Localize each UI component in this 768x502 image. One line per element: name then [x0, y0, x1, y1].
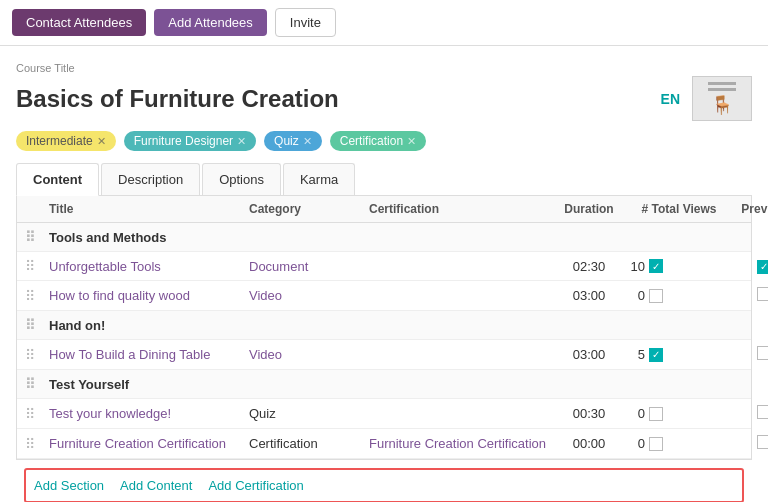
table-row: ⠿ How to find quality wood Video 03:00 0…: [17, 281, 751, 311]
preview-checkbox[interactable]: [757, 287, 768, 301]
table-row: ⠿ Furniture Creation Certification Certi…: [17, 429, 751, 459]
views-count: 10: [629, 259, 645, 274]
preview-checkbox[interactable]: [757, 435, 768, 449]
tag-furniture-designer[interactable]: Furniture Designer ✕: [124, 131, 256, 151]
row-category: Video: [249, 347, 369, 362]
row-title: Hand on!: [49, 318, 249, 333]
views-checkbox[interactable]: [649, 407, 663, 421]
preview-checkbox[interactable]: [757, 346, 768, 360]
header-duration: Duration: [549, 202, 629, 216]
row-preview[interactable]: [729, 258, 768, 274]
tab-description[interactable]: Description: [101, 163, 200, 195]
row-category: Document: [249, 259, 369, 274]
tag-quiz[interactable]: Quiz ✕: [264, 131, 322, 151]
drag-handle[interactable]: ⠿: [25, 406, 49, 422]
thumb-line-2: [708, 88, 736, 91]
views-checkbox[interactable]: [649, 259, 663, 273]
row-title: Test Yourself: [49, 377, 249, 392]
tag-certification-label: Certification: [340, 134, 403, 148]
views-checkbox[interactable]: [649, 348, 663, 362]
header-title: Title: [49, 202, 249, 216]
row-category: Video: [249, 288, 369, 303]
thumb-person-icon: 🪑: [711, 94, 733, 116]
top-bar: Contact Attendees Add Attendees Invite: [0, 0, 768, 46]
views-checkbox[interactable]: [649, 289, 663, 303]
thumb-line-1: [708, 82, 736, 85]
row-title[interactable]: Unforgettable Tools: [49, 259, 249, 274]
row-title-link[interactable]: How to find quality wood: [49, 288, 190, 303]
tag-furniture-designer-label: Furniture Designer: [134, 134, 233, 148]
row-title[interactable]: Test your knowledge!: [49, 406, 249, 421]
header-certification: Certification: [369, 202, 549, 216]
drag-handle[interactable]: ⠿: [25, 288, 49, 304]
tag-intermediate-label: Intermediate: [26, 134, 93, 148]
row-duration: 00:30: [549, 406, 629, 421]
views-count: 0: [629, 288, 645, 303]
header-preview: Preview: [729, 202, 768, 216]
add-section-link[interactable]: Add Section: [34, 478, 104, 493]
row-title[interactable]: How To Build a Dining Table: [49, 347, 249, 362]
course-thumbnail: 🪑: [692, 76, 752, 121]
row-preview[interactable]: [729, 405, 768, 422]
course-title-row: Basics of Furniture Creation EN 🪑: [16, 76, 752, 121]
views-checkbox[interactable]: [649, 437, 663, 451]
tag-quiz-label: Quiz: [274, 134, 299, 148]
table-row: ⠿ Hand on! 🗑: [17, 311, 751, 340]
row-views: 0: [629, 288, 729, 303]
row-views: 0: [629, 436, 729, 451]
tag-intermediate[interactable]: Intermediate ✕: [16, 131, 116, 151]
tag-intermediate-close[interactable]: ✕: [97, 135, 106, 148]
row-title-link[interactable]: Unforgettable Tools: [49, 259, 161, 274]
row-views: 5: [629, 347, 729, 362]
course-title: Basics of Furniture Creation: [16, 85, 339, 113]
drag-handle[interactable]: ⠿: [25, 229, 49, 245]
table-row: ⠿ Unforgettable Tools Document 02:30 10 …: [17, 252, 751, 281]
drag-handle[interactable]: ⠿: [25, 376, 49, 392]
tab-options[interactable]: Options: [202, 163, 281, 195]
row-title-link[interactable]: Furniture Creation Certification: [49, 436, 226, 451]
row-title[interactable]: How to find quality wood: [49, 288, 249, 303]
preview-checkbox[interactable]: [757, 260, 768, 274]
row-category: Quiz: [249, 406, 369, 421]
tab-karma[interactable]: Karma: [283, 163, 355, 195]
drag-handle[interactable]: ⠿: [25, 317, 49, 333]
thumbnail-decoration: 🪑: [708, 82, 736, 116]
row-duration: 00:00: [549, 436, 629, 451]
invite-button[interactable]: Invite: [275, 8, 336, 37]
row-title[interactable]: Furniture Creation Certification: [49, 436, 249, 451]
table-row: ⠿ How To Build a Dining Table Video 03:0…: [17, 340, 751, 370]
row-preview[interactable]: [729, 287, 768, 304]
row-title-link[interactable]: Test your knowledge!: [49, 406, 171, 421]
main-content: Course Title Basics of Furniture Creatio…: [0, 46, 768, 502]
views-count: 5: [629, 347, 645, 362]
row-preview[interactable]: [729, 346, 768, 363]
table-header: Title Category Certification Duration # …: [17, 196, 751, 223]
drag-handle[interactable]: ⠿: [25, 436, 49, 452]
add-content-link[interactable]: Add Content: [120, 478, 192, 493]
views-count: 0: [629, 436, 645, 451]
contact-attendees-button[interactable]: Contact Attendees: [12, 9, 146, 36]
row-category: Certification: [249, 436, 369, 451]
tag-certification[interactable]: Certification ✕: [330, 131, 426, 151]
views-count: 0: [629, 406, 645, 421]
add-certification-link[interactable]: Add Certification: [208, 478, 303, 493]
header-total-views: # Total Views: [629, 202, 729, 216]
tag-furniture-designer-close[interactable]: ✕: [237, 135, 246, 148]
row-duration: 03:00: [549, 347, 629, 362]
row-duration: 02:30: [549, 259, 629, 274]
row-preview[interactable]: [729, 435, 768, 452]
tab-content[interactable]: Content: [16, 163, 99, 196]
tag-quiz-close[interactable]: ✕: [303, 135, 312, 148]
tag-certification-close[interactable]: ✕: [407, 135, 416, 148]
content-table: Title Category Certification Duration # …: [16, 196, 752, 460]
add-attendees-button[interactable]: Add Attendees: [154, 9, 267, 36]
tags-row: Intermediate ✕ Furniture Designer ✕ Quiz…: [16, 131, 752, 151]
row-title-link[interactable]: How To Build a Dining Table: [49, 347, 210, 362]
table-row: ⠿ Test Yourself 🗑: [17, 370, 751, 399]
preview-checkbox[interactable]: [757, 405, 768, 419]
drag-handle[interactable]: ⠿: [25, 347, 49, 363]
drag-handle[interactable]: ⠿: [25, 258, 49, 274]
language-badge: EN: [661, 91, 680, 107]
header-drag: [25, 202, 49, 216]
tabs-row: Content Description Options Karma: [16, 163, 752, 196]
